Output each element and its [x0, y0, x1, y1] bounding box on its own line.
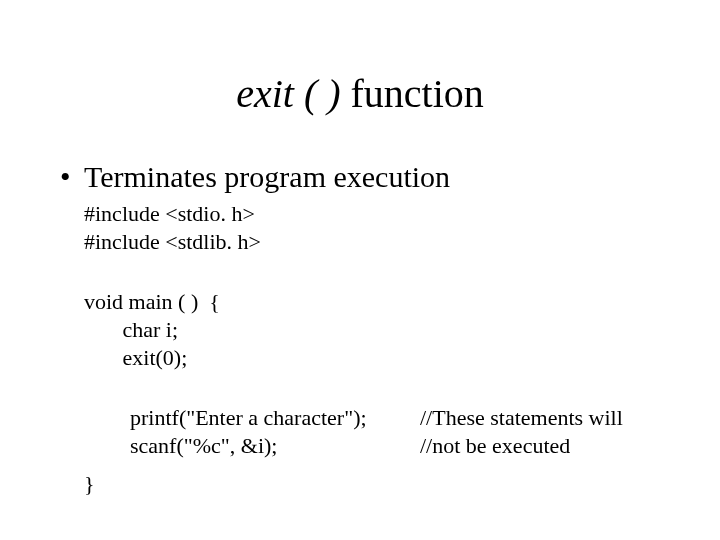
title-rest-part: function	[341, 71, 484, 116]
bullet-marker: •	[60, 160, 84, 194]
code-comment: //These statements will //not be execute…	[420, 404, 623, 460]
slide: exit ( ) function •Terminates program ex…	[0, 0, 720, 540]
bullet-text: Terminates program execution	[84, 160, 450, 193]
slide-title: exit ( ) function	[0, 70, 720, 117]
bullet-line: •Terminates program execution	[60, 160, 450, 194]
code-main: void main ( ) { char i; exit(0);	[84, 288, 220, 372]
code-close-brace: }	[84, 470, 95, 498]
code-includes: #include <stdio. h> #include <stdlib. h>	[84, 200, 261, 256]
code-body: printf("Enter a character"); scanf("%c",…	[130, 404, 367, 460]
title-italic-part: exit ( )	[236, 71, 340, 116]
